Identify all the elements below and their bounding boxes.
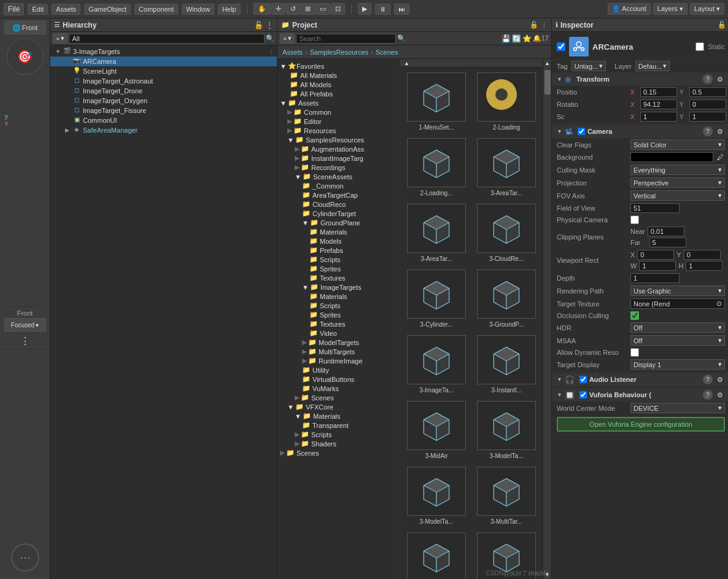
fov-field[interactable] — [630, 203, 680, 213]
target-texture-btn[interactable]: ⊙ — [716, 300, 722, 308]
tree-recordings[interactable]: ▶ 📁 Recordings — [277, 163, 400, 172]
audio-enabled[interactable] — [579, 376, 587, 383]
clear-flags-dropdown[interactable]: Solid Color ▾ — [630, 139, 725, 150]
vuforia-help-btn[interactable]: ? — [703, 390, 713, 400]
tree-all-prefabs[interactable]: 📁 All Prefabs — [277, 89, 400, 98]
transform-header[interactable]: ▼ ⊕ Transform ? ⚙ — [552, 72, 728, 86]
tree-scenes2[interactable]: ▶ 📁 Scenes — [277, 448, 400, 457]
target-display-dropdown[interactable]: Display 1 ▾ — [630, 359, 725, 370]
allow-dynamic-checkbox[interactable] — [630, 348, 639, 357]
project-search-btn[interactable]: 🔍 — [397, 34, 406, 42]
item-menu-icon[interactable]: ⋮ — [268, 49, 274, 55]
project-lock-btn[interactable]: 🔓 — [530, 21, 538, 29]
gizmo-display[interactable]: 🎯 — [7, 38, 44, 75]
add-asset-btn[interactable]: + ▾ — [280, 33, 295, 44]
tree-imagetargets[interactable]: ▼ 📁 ImageTargets — [277, 282, 400, 292]
hierarchy-search-input[interactable] — [69, 34, 265, 44]
tree-virtual[interactable]: 📁 VirtualButtons — [277, 375, 400, 384]
vp-h-field[interactable] — [686, 261, 722, 271]
depth-field[interactable] — [630, 273, 680, 283]
target-texture-field[interactable]: None (Rend ⊙ — [630, 298, 725, 309]
breadcrumb-scenes[interactable]: Scenes — [376, 49, 398, 56]
tool-move[interactable]: ✛ — [271, 3, 285, 15]
step-btn[interactable]: ⏭ — [394, 4, 409, 15]
projection-dropdown[interactable]: Perspective ▾ — [630, 177, 725, 188]
tool-rect[interactable]: ▭ — [316, 3, 330, 15]
rot-x-field[interactable] — [640, 99, 677, 109]
unity-menu-component[interactable]: Component — [134, 4, 178, 15]
vuforia-enabled[interactable] — [579, 391, 587, 398]
active-checkbox[interactable] — [557, 42, 565, 51]
tool-transform[interactable]: ⊡ — [331, 3, 345, 15]
camera-help-btn[interactable]: ? — [703, 126, 713, 136]
tree-scripts1[interactable]: 📁 Scripts — [277, 255, 400, 264]
vuforia-settings-btn[interactable]: ⚙ — [715, 390, 725, 400]
tree-scripts3[interactable]: ▶ 📁 Scripts — [277, 430, 400, 439]
tree-common2[interactable]: 📁 _Common — [277, 181, 400, 190]
tree-assets[interactable]: ▼ 📁 Assets — [277, 98, 400, 107]
rendering-path-dropdown[interactable]: Use Graphic ▾ — [630, 286, 725, 296]
hierarchy-search-btn[interactable]: 🔍 — [266, 34, 274, 42]
camera-header[interactable]: ▼ 📽 Camera ? ⚙ — [552, 125, 728, 138]
tree-sprites1[interactable]: 📁 Sprites — [277, 264, 400, 273]
tree-all-materials[interactable]: 📁 All Materials — [277, 71, 400, 80]
hierarchy-item-imagetargets[interactable]: ▼ 🎬 3-ImageTargets ⋮ — [50, 47, 277, 56]
tree-mat1[interactable]: 📁 Materials — [277, 227, 400, 236]
transform-help-btn[interactable]: ? — [703, 74, 713, 84]
tree-vfxcore[interactable]: ▼ 📁 VFXCore — [277, 402, 400, 411]
hierarchy-item-drone[interactable]: ◻ ImageTarget_Drone — [50, 86, 277, 96]
open-vuforia-btn[interactable]: Open Vuforia Engine configuration — [557, 417, 725, 432]
tree-textures1[interactable]: 📁 Textures — [277, 273, 400, 282]
refresh-btn[interactable]: 🔄 — [512, 34, 521, 43]
tree-mat2[interactable]: 📁 Materials — [277, 292, 400, 301]
world-center-dropdown[interactable]: DEVICE ▾ — [630, 403, 725, 413]
tree-models1[interactable]: 📁 Models — [277, 236, 400, 246]
tree-areatarget[interactable]: 📁 AreaTargetCap — [277, 190, 400, 200]
pause-btn[interactable]: ⏸ — [375, 4, 390, 15]
tree-prefabs1[interactable]: 📁 Prefabs — [277, 246, 400, 255]
tree-editor[interactable]: ▶ 📁 Editor — [277, 117, 400, 126]
settings-circle-btn[interactable]: ⋯ — [11, 543, 39, 572]
project-scrollbar-v[interactable]: ▲ ▼ — [543, 59, 551, 579]
account-btn[interactable]: 👤 Account — [608, 3, 651, 15]
tree-video[interactable]: 📁 Video — [277, 328, 400, 338]
file-loading[interactable]: 2-Loading — [473, 70, 540, 133]
tree-vumarks[interactable]: 📁 VuMarks — [277, 384, 400, 393]
breadcrumb-samples[interactable]: SamplesResources — [310, 49, 368, 56]
tag-dropdown[interactable]: Untag... ▾ — [571, 61, 606, 71]
file-menuset[interactable]: 1-MenuSet... — [403, 70, 470, 133]
tree-instant[interactable]: ▶ 📁 InstantImageTarg — [277, 153, 400, 163]
tree-scenes[interactable]: ▶ 📁 Scenes — [277, 393, 400, 402]
tree-scripts2[interactable]: 📁 Scripts — [277, 301, 400, 310]
tree-modeltargets[interactable]: ▶ 📁 ModelTargets — [277, 338, 400, 347]
file-midair[interactable]: 3-MidAir — [403, 398, 470, 462]
file-virtualb[interactable]: 3-VirtualB... — [403, 530, 470, 579]
transform-settings-btn[interactable]: ⚙ — [715, 74, 725, 84]
star-btn[interactable]: ⭐ — [522, 34, 532, 43]
background-eyedropper[interactable]: 🖊 — [716, 153, 725, 161]
unity-menu-help[interactable]: Help — [218, 4, 241, 15]
save-btn[interactable]: 💾 — [501, 34, 511, 43]
file-areatar2[interactable]: 3-AreaTar... — [403, 201, 470, 265]
scroll-thumb[interactable] — [544, 70, 551, 95]
tree-mat3[interactable]: ▼ 📁 Materials — [277, 411, 400, 421]
project-tab-label[interactable]: Project — [292, 21, 317, 29]
occlusion-checkbox[interactable] — [630, 311, 639, 320]
near-field[interactable] — [648, 227, 684, 236]
unity-menu-file[interactable]: File — [4, 3, 24, 15]
tool-rotate[interactable]: ↺ — [286, 3, 300, 15]
hierarchy-item-astronaut[interactable]: ◻ ImageTarget_Astronaut — [50, 76, 277, 86]
scale-y-field[interactable] — [689, 112, 726, 122]
tree-multitargets[interactable]: ▶ 📁 MultiTargets — [277, 347, 400, 356]
focused-dropdown[interactable]: Focused ▾ — [4, 318, 46, 332]
hdr-dropdown[interactable]: Off ▾ — [630, 322, 725, 333]
file-areatar[interactable]: 3-AreaTar... — [473, 136, 540, 199]
tree-sprites2[interactable]: 📁 Sprites — [277, 310, 400, 319]
project-menu-btn[interactable]: ⋮ — [541, 21, 548, 29]
scroll-up-btn[interactable]: ▲ — [544, 59, 550, 68]
dots-menu[interactable]: ⋮ — [20, 335, 30, 347]
vp-y-field[interactable] — [684, 250, 721, 260]
breadcrumb-assets[interactable]: Assets — [282, 49, 303, 56]
tool-hand[interactable]: ✋ — [254, 3, 271, 15]
file-instantl[interactable]: 3-Instantl... — [473, 333, 540, 396]
